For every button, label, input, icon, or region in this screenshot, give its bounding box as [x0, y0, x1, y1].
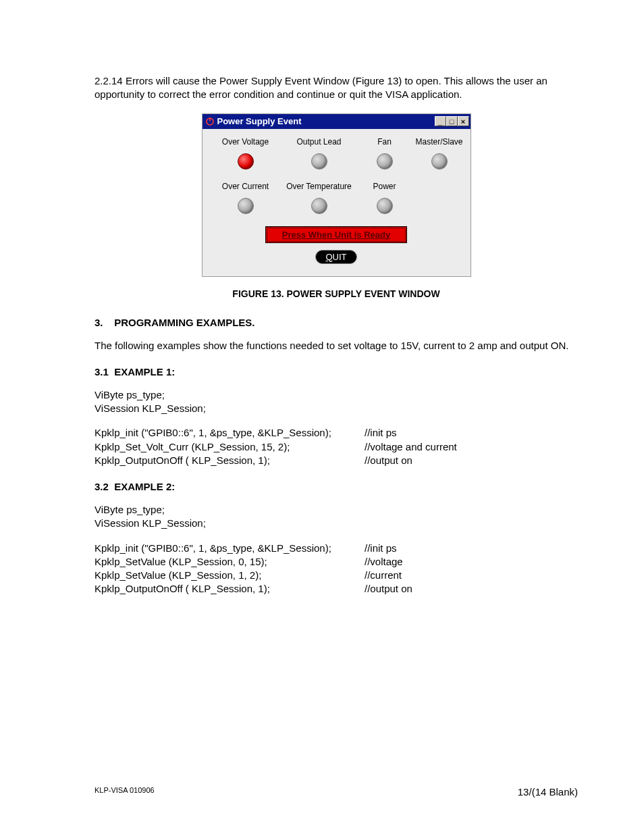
minimize-icon: _: [438, 118, 442, 126]
example-2-code: Kpklp_init ("GPIB0::6", 1, &ps_type, &KL…: [95, 542, 578, 596]
minimize-button[interactable]: _: [435, 116, 446, 126]
code-cell: Kpklp_OutputOnOff ( KLP_Session, 1);: [95, 582, 365, 596]
comment-cell: //init ps: [365, 426, 397, 440]
close-icon: ×: [461, 118, 465, 126]
code-cell: Kpklp_SetValue (KLP_Session, 1, 2);: [95, 569, 365, 582]
window-title-wrap: Power Supply Event: [205, 116, 435, 126]
code-cell: Kpklp_SetValue (KLP_Session, 0, 15);: [95, 555, 365, 569]
led-fan: [377, 153, 393, 170]
window-body: Over Voltage Output Lead Fan Master/Slav…: [203, 129, 471, 276]
power-supply-event-window: Power Supply Event _ □ × Over Voltage Ou…: [203, 114, 471, 276]
comment-cell: //output on: [365, 454, 412, 467]
indicator-grid: Over Voltage Output Lead Fan Master/Slav…: [212, 136, 461, 221]
example-1-heading: 3.1 EXAMPLE 1:: [95, 366, 578, 377]
example-2-heading: 3.2 EXAMPLE 2:: [95, 481, 578, 492]
page: 2.2.14 Errors will cause the Power Suppl…: [0, 0, 644, 834]
code-cell: Kpklp_init ("GPIB0::6", 1, &ps_type, &KL…: [95, 426, 365, 440]
ex2-decl1: ViByte ps_type;: [95, 504, 165, 515]
label-master-slave: Master/Slave: [410, 136, 468, 147]
code-cell: Kpklp_Set_Volt_Curr (KLP_Session, 15, 2)…: [95, 440, 365, 454]
section-3-intro: The following examples show the function…: [95, 339, 578, 353]
intro-text: Errors will cause the Power Supply Event…: [95, 75, 547, 100]
example-1-title: EXAMPLE 1:: [114, 366, 175, 377]
maximize-icon: □: [450, 118, 454, 126]
led-output-lead: [311, 153, 327, 170]
label-over-voltage: Over Voltage: [212, 136, 279, 147]
ready-button[interactable]: Press When Unit is Ready: [265, 226, 407, 243]
figure-13: Power Supply Event _ □ × Over Voltage Ou…: [95, 114, 578, 276]
example-2-num: 3.2: [95, 481, 109, 492]
label-empty: [410, 180, 468, 191]
label-fan: Fan: [359, 136, 410, 147]
example-1-code: Kpklp_init ("GPIB0::6", 1, &ps_type, &KL…: [95, 426, 578, 467]
figure-caption: FIGURE 13. POWER SUPPLY EVENT WINDOW: [95, 288, 578, 299]
section-3-title: PROGRAMMING EXAMPLES.: [114, 317, 254, 328]
section-3-num: 3.: [95, 317, 103, 328]
app-icon: [205, 117, 215, 126]
titlebar-buttons: _ □ ×: [435, 116, 469, 126]
led-over-voltage: [238, 153, 254, 170]
label-output-lead: Output Lead: [279, 136, 359, 147]
footer-left: KLP-VISA 010906: [95, 786, 155, 798]
ex1-decl2: ViSession KLP_Session;: [95, 402, 206, 414]
led-master-slave: [431, 153, 448, 170]
intro-num: 2.2.14: [95, 75, 123, 86]
quit-button[interactable]: QUIT: [315, 250, 356, 264]
comment-cell: //current: [365, 569, 402, 582]
example-1-num: 3.1: [95, 366, 109, 377]
example-1-decls: ViByte ps_type; ViSession KLP_Session;: [95, 388, 578, 416]
maximize-button[interactable]: □: [446, 116, 458, 126]
label-over-current: Over Current: [212, 180, 279, 191]
section-3-heading: 3. PROGRAMMING EXAMPLES.: [95, 317, 578, 328]
label-power: Power: [359, 180, 410, 191]
footer-right: 13/(14 Blank): [518, 786, 578, 798]
ready-button-label: Press When Unit is Ready: [282, 230, 390, 240]
window-title: Power Supply Event: [217, 116, 302, 126]
svg-rect-1: [209, 118, 211, 121]
ex2-decl2: ViSession KLP_Session;: [95, 517, 206, 529]
ex1-decl1: ViByte ps_type;: [95, 389, 165, 400]
code-cell: Kpklp_init ("GPIB0::6", 1, &ps_type, &KL…: [95, 542, 365, 555]
comment-cell: //voltage: [365, 555, 403, 569]
intro-paragraph: 2.2.14 Errors will cause the Power Suppl…: [95, 74, 578, 102]
titlebar: Power Supply Event _ □ ×: [203, 114, 471, 129]
page-footer: KLP-VISA 010906 13/(14 Blank): [95, 786, 578, 798]
example-2-decls: ViByte ps_type; ViSession KLP_Session;: [95, 503, 578, 531]
led-over-current: [238, 198, 254, 214]
led-power: [377, 198, 393, 214]
example-2-title: EXAMPLE 2:: [114, 481, 175, 492]
comment-cell: //init ps: [365, 542, 397, 555]
label-over-temperature: Over Temperature: [279, 180, 359, 191]
led-over-temperature: [311, 198, 327, 214]
comment-cell: //voltage and current: [365, 440, 457, 454]
comment-cell: //output on: [365, 582, 412, 596]
close-button[interactable]: ×: [458, 116, 469, 126]
code-cell: Kpklp_OutputOnOff ( KLP_Session, 1);: [95, 454, 365, 467]
